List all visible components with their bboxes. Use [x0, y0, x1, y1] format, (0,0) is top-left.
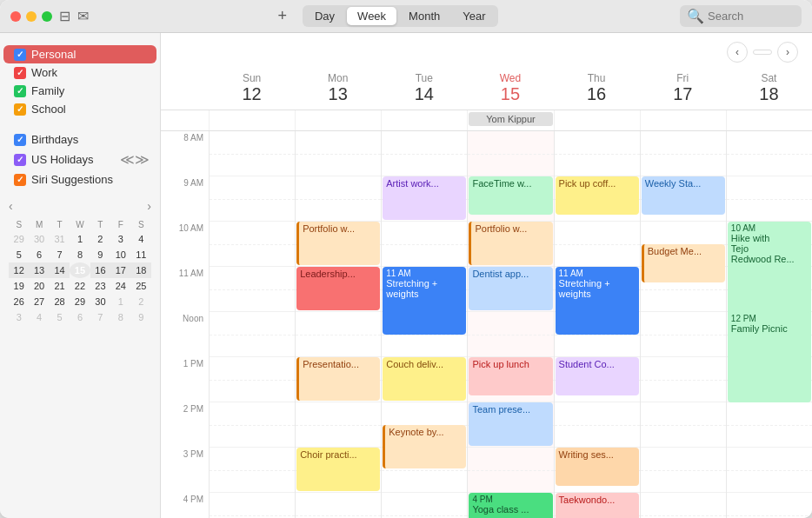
- mini-cal-day[interactable]: 16: [90, 262, 110, 278]
- mini-cal-day[interactable]: 4: [131, 231, 151, 247]
- stretching-tue-event[interactable]: 11 AM Stretching +weights: [383, 267, 466, 335]
- mini-cal-day[interactable]: 29: [9, 231, 29, 247]
- pickup-coffee-event[interactable]: Pick up coff...: [556, 176, 639, 215]
- mini-cal-day[interactable]: 10: [110, 247, 130, 262]
- family-picnic-event[interactable]: 12 PM Family Picnic: [728, 312, 811, 402]
- sidebar-item-birthdays[interactable]: ✓ Birthdays: [3, 130, 156, 149]
- sidebar-item-school[interactable]: ✓ School: [3, 100, 156, 118]
- mini-cal-day[interactable]: 8: [110, 309, 130, 325]
- yom-kippur-event[interactable]: Yom Kippur: [469, 112, 552, 126]
- mini-cal-day[interactable]: 12: [9, 262, 29, 278]
- mini-cal-day[interactable]: 25: [131, 278, 151, 294]
- mini-cal-day[interactable]: 29: [70, 294, 90, 309]
- mini-cal-day[interactable]: 24: [110, 278, 130, 294]
- mini-cal-day[interactable]: 30: [29, 231, 49, 247]
- couch-delivery-event[interactable]: Couch deliv...: [383, 357, 466, 401]
- new-event-icon[interactable]: +: [277, 7, 287, 25]
- close-button[interactable]: [10, 11, 21, 22]
- artist-work-event[interactable]: Artist work...: [383, 176, 466, 220]
- mini-cal-day[interactable]: 4: [29, 309, 49, 325]
- mini-cal-day[interactable]: 28: [50, 294, 70, 309]
- mini-cal-day[interactable]: 19: [9, 278, 29, 294]
- event-title: Family Picnic: [731, 323, 808, 334]
- cal-prev-btn[interactable]: ‹: [727, 42, 748, 63]
- mini-cal-day[interactable]: 8: [70, 247, 90, 262]
- budget-me-event[interactable]: Budget Me...: [642, 244, 725, 282]
- mini-cal-dow: W: [70, 218, 90, 231]
- mini-cal-day[interactable]: 2: [90, 231, 110, 247]
- today-button[interactable]: [753, 50, 772, 55]
- tab-day[interactable]: Day: [304, 7, 345, 25]
- taekwondo-event[interactable]: Taekwondo...: [556, 493, 639, 518]
- search-input[interactable]: [708, 10, 795, 23]
- cal-next-btn[interactable]: ›: [777, 42, 798, 63]
- mail-icon[interactable]: ✉: [77, 8, 89, 24]
- mini-cal-day[interactable]: 7: [50, 247, 70, 262]
- mini-cal-day[interactable]: 6: [70, 309, 90, 325]
- mini-cal-day[interactable]: 14: [50, 262, 70, 278]
- mini-cal-day[interactable]: 21: [50, 278, 70, 294]
- weekly-sta-event[interactable]: Weekly Sta...: [642, 176, 725, 215]
- tab-month[interactable]: Month: [398, 7, 450, 25]
- sidebar-icon[interactable]: ⊟: [59, 8, 70, 24]
- mini-cal-day[interactable]: 1: [110, 294, 130, 309]
- mini-cal-next[interactable]: ›: [147, 199, 151, 213]
- tab-year[interactable]: Year: [452, 7, 496, 25]
- yoga-event[interactable]: 4 PM Yoga class ...: [469, 493, 552, 518]
- sidebar-item-work[interactable]: ✓ Work: [3, 63, 156, 82]
- choir-event[interactable]: Choir practi...: [296, 448, 380, 491]
- presentation-mon-event[interactable]: Presentatio...: [296, 357, 380, 401]
- stretching-thu-event[interactable]: 11 AM Stretching +weights: [556, 267, 639, 335]
- mini-cal-day[interactable]: 27: [29, 294, 49, 309]
- writing-ses-event[interactable]: Writing ses...: [556, 448, 639, 486]
- mini-cal-day[interactable]: 7: [90, 309, 110, 325]
- allday-cell-thu: [554, 110, 640, 130]
- team-prese-event[interactable]: Team prese...: [469, 402, 552, 446]
- pickup-lunch-event[interactable]: Pick up lunch: [469, 357, 552, 395]
- main-layout: ✓ Personal ✓ Work ✓ Family ✓ Scho: [0, 33, 812, 518]
- mini-cal-day[interactable]: 22: [70, 278, 90, 294]
- portfolio-mon-event[interactable]: Portfolio w...: [296, 222, 380, 265]
- leadership-event[interactable]: Leadership...: [296, 267, 380, 310]
- mini-cal-day[interactable]: 5: [9, 247, 29, 262]
- sidebar-item-us-holidays[interactable]: ✓ US Holidays ≪≫: [3, 149, 156, 170]
- mini-cal-day[interactable]: 5: [50, 309, 70, 325]
- student-co-event[interactable]: Student Co...: [556, 357, 639, 395]
- mini-cal-day[interactable]: 31: [50, 231, 70, 247]
- mini-cal-day[interactable]: 18: [131, 262, 151, 278]
- mini-cal-day[interactable]: 15: [70, 262, 90, 278]
- day-header-fri: Fri 17: [640, 68, 726, 110]
- mini-cal-day[interactable]: 6: [29, 247, 49, 262]
- icloud-label: [0, 33, 160, 45]
- mini-cal-day[interactable]: 23: [90, 278, 110, 294]
- mini-cal-day[interactable]: 3: [9, 309, 29, 325]
- sidebar: ✓ Personal ✓ Work ✓ Family ✓ Scho: [0, 33, 161, 518]
- sidebar-item-personal[interactable]: ✓ Personal: [3, 45, 156, 63]
- suffix-icon: ≪≫: [120, 151, 150, 168]
- mini-cal-day[interactable]: 30: [90, 294, 110, 309]
- mini-cal-day[interactable]: 9: [90, 247, 110, 262]
- mini-cal-day[interactable]: 1: [70, 231, 90, 247]
- mini-cal-day[interactable]: 26: [9, 294, 29, 309]
- mini-cal-day[interactable]: 9: [131, 309, 151, 325]
- mini-cal-day[interactable]: 20: [29, 278, 49, 294]
- facetime-event[interactable]: FaceTime w...: [469, 176, 552, 215]
- sidebar-item-siri-suggestions[interactable]: ✓ Siri Suggestions: [3, 170, 156, 189]
- search-bar[interactable]: 🔍: [680, 5, 802, 27]
- dentist-event[interactable]: Dentist app...: [469, 267, 552, 310]
- sidebar-item-family[interactable]: ✓ Family: [3, 82, 156, 100]
- mini-cal-day[interactable]: 13: [29, 262, 49, 278]
- day-col-mon: Portfolio w... Leadership... Presentatio…: [295, 131, 381, 518]
- keynote-event[interactable]: Keynote by...: [383, 425, 466, 468]
- mini-cal-day[interactable]: 3: [110, 231, 130, 247]
- mini-cal-prev[interactable]: ‹: [9, 199, 13, 213]
- tab-week[interactable]: Week: [347, 7, 396, 25]
- portfolio-wed-event[interactable]: Portfolio w...: [469, 222, 552, 265]
- time-label-2pm: 2 PM: [161, 402, 209, 448]
- fullscreen-button[interactable]: [42, 11, 52, 22]
- mini-cal-day[interactable]: 11: [131, 247, 151, 262]
- mini-cal-day[interactable]: 17: [110, 262, 130, 278]
- minimize-button[interactable]: [26, 11, 37, 22]
- mini-calendar: ‹ › S M T W T F S: [0, 192, 160, 332]
- mini-cal-day[interactable]: 2: [131, 294, 151, 309]
